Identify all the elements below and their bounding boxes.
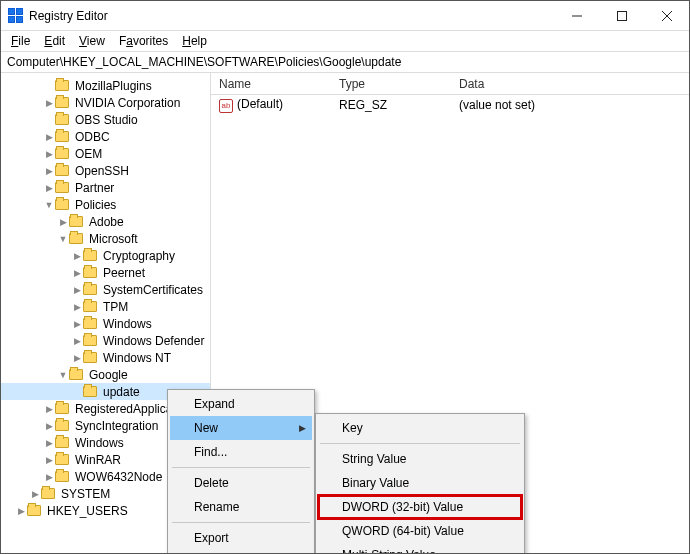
chevron-right-icon[interactable]: ▶ — [43, 455, 55, 465]
address-input[interactable] — [7, 55, 683, 69]
folder-icon — [41, 488, 55, 499]
close-button[interactable] — [644, 1, 689, 31]
menu-favorites[interactable]: Favorites — [113, 32, 174, 50]
ctx-permissions[interactable]: Permissions... — [170, 550, 312, 554]
folder-icon — [83, 318, 97, 329]
menu-edit[interactable]: Edit — [38, 32, 71, 50]
tree-item[interactable]: ▼Policies — [1, 196, 210, 213]
tree-item-label: NVIDIA Corporation — [73, 96, 182, 110]
tree-item-label: ODBC — [73, 130, 112, 144]
ctx-new-key[interactable]: Key — [318, 416, 522, 440]
value-row[interactable]: ab(Default)REG_SZ(value not set) — [211, 95, 689, 113]
chevron-right-icon[interactable]: ▶ — [29, 489, 41, 499]
column-name[interactable]: Name — [211, 77, 331, 91]
chevron-right-icon: • — [71, 387, 83, 397]
folder-icon — [83, 352, 97, 363]
chevron-right-icon[interactable]: ▶ — [43, 166, 55, 176]
tree-item[interactable]: ▶SystemCertificates — [1, 281, 210, 298]
tree-item[interactable]: ▶OpenSSH — [1, 162, 210, 179]
tree-item[interactable]: ▶NVIDIA Corporation — [1, 94, 210, 111]
tree-item[interactable]: ▶Windows Defender — [1, 332, 210, 349]
ctx-find[interactable]: Find... — [170, 440, 312, 464]
ctx-new[interactable]: New▶ — [170, 416, 312, 440]
tree-item-label: SystemCertificates — [101, 283, 205, 297]
separator — [172, 522, 310, 523]
ctx-expand[interactable]: Expand — [170, 392, 312, 416]
ctx-new-binary[interactable]: Binary Value — [318, 471, 522, 495]
chevron-down-icon[interactable]: ▼ — [57, 234, 69, 244]
tree-item[interactable]: ▶ODBC — [1, 128, 210, 145]
tree-item[interactable]: ▶Adobe — [1, 213, 210, 230]
tree-item-label: Windows NT — [101, 351, 173, 365]
minimize-icon — [572, 11, 582, 21]
ctx-new-qword[interactable]: QWORD (64-bit) Value — [318, 519, 522, 543]
folder-icon — [83, 386, 97, 397]
chevron-right-icon[interactable]: ▶ — [43, 472, 55, 482]
chevron-right-icon[interactable]: ▶ — [71, 302, 83, 312]
folder-icon — [83, 250, 97, 261]
chevron-down-icon[interactable]: ▼ — [43, 200, 55, 210]
tree-item-label: Peernet — [101, 266, 147, 280]
folder-icon — [55, 471, 69, 482]
ctx-delete[interactable]: Delete — [170, 471, 312, 495]
folder-icon — [69, 369, 83, 380]
ctx-new-multistring[interactable]: Multi-String Value — [318, 543, 522, 554]
tree-item[interactable]: ▼Google — [1, 366, 210, 383]
chevron-right-icon[interactable]: ▶ — [43, 183, 55, 193]
chevron-right-icon[interactable]: ▶ — [71, 319, 83, 329]
menu-bar: File Edit View Favorites Help — [1, 31, 689, 51]
folder-icon — [55, 182, 69, 193]
chevron-right-icon[interactable]: ▶ — [71, 268, 83, 278]
chevron-right-icon[interactable]: ▶ — [43, 438, 55, 448]
maximize-button[interactable] — [599, 1, 644, 31]
minimize-button[interactable] — [554, 1, 599, 31]
chevron-right-icon[interactable]: ▶ — [71, 251, 83, 261]
tree-item[interactable]: ▶Partner — [1, 179, 210, 196]
tree-item[interactable]: ▶TPM — [1, 298, 210, 315]
ctx-new-dword[interactable]: DWORD (32-bit) Value — [318, 495, 522, 519]
column-data[interactable]: Data — [451, 77, 689, 91]
tree-item-label: Microsoft — [87, 232, 140, 246]
tree-item[interactable]: •MozillaPlugins — [1, 77, 210, 94]
window-title: Registry Editor — [29, 9, 554, 23]
ctx-rename[interactable]: Rename — [170, 495, 312, 519]
menu-help[interactable]: Help — [176, 32, 213, 50]
menu-view[interactable]: View — [73, 32, 111, 50]
svg-rect-1 — [617, 11, 626, 20]
chevron-right-icon[interactable]: ▶ — [71, 285, 83, 295]
tree-item-label: Windows — [101, 317, 154, 331]
chevron-down-icon[interactable]: ▼ — [57, 370, 69, 380]
tree-item[interactable]: ▶Peernet — [1, 264, 210, 281]
value-type: REG_SZ — [331, 98, 451, 112]
chevron-right-icon[interactable]: ▶ — [43, 149, 55, 159]
folder-icon — [55, 199, 69, 210]
chevron-right-icon[interactable]: ▶ — [71, 353, 83, 363]
list-header: Name Type Data — [211, 73, 689, 95]
column-type[interactable]: Type — [331, 77, 451, 91]
tree-item[interactable]: ▶Windows NT — [1, 349, 210, 366]
title-bar: Registry Editor — [1, 1, 689, 31]
tree-item-label: TPM — [101, 300, 130, 314]
tree-item-label: Partner — [73, 181, 116, 195]
chevron-right-icon[interactable]: ▶ — [43, 132, 55, 142]
chevron-right-icon[interactable]: ▶ — [43, 421, 55, 431]
tree-item[interactable]: •OBS Studio — [1, 111, 210, 128]
tree-item[interactable]: ▶Windows — [1, 315, 210, 332]
tree-item[interactable]: ▼Microsoft — [1, 230, 210, 247]
ctx-export[interactable]: Export — [170, 526, 312, 550]
tree-item-label: Google — [87, 368, 130, 382]
ctx-new-string[interactable]: String Value — [318, 447, 522, 471]
tree-item-label: Windows Defender — [101, 334, 206, 348]
value-data: (value not set) — [451, 98, 689, 112]
chevron-right-icon[interactable]: ▶ — [43, 98, 55, 108]
string-value-icon: ab — [219, 99, 233, 113]
chevron-right-icon[interactable]: ▶ — [43, 404, 55, 414]
app-icon — [7, 8, 23, 24]
tree-item[interactable]: ▶Cryptography — [1, 247, 210, 264]
chevron-right-icon[interactable]: ▶ — [71, 336, 83, 346]
chevron-right-icon[interactable]: ▶ — [57, 217, 69, 227]
tree-item-label: Windows — [73, 436, 126, 450]
menu-file[interactable]: File — [5, 32, 36, 50]
chevron-right-icon[interactable]: ▶ — [15, 506, 27, 516]
tree-item[interactable]: ▶OEM — [1, 145, 210, 162]
